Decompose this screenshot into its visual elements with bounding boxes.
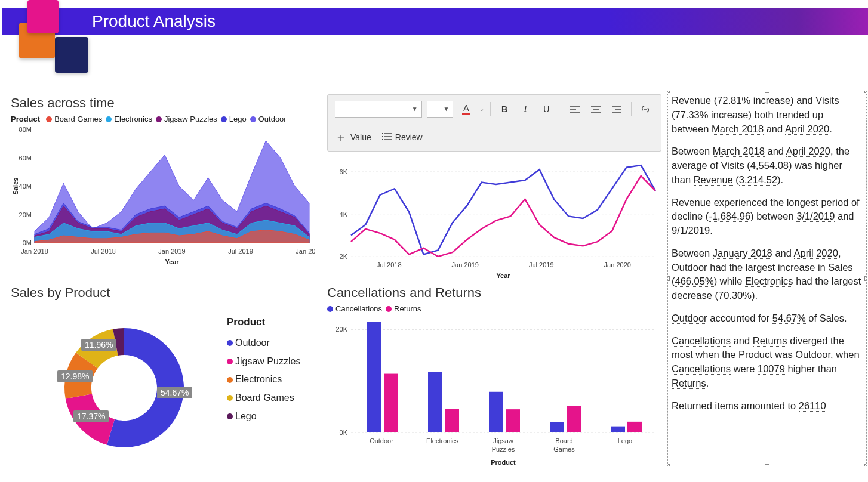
link-button[interactable] xyxy=(638,101,654,118)
svg-text:Jigsaw: Jigsaw xyxy=(493,437,513,444)
svg-rect-57 xyxy=(627,422,642,432)
donut-label: 12.98% xyxy=(57,370,93,382)
svg-text:Year: Year xyxy=(496,272,510,279)
legend: Product Board Games Electronics Jigsaw P… xyxy=(11,115,315,123)
review-button[interactable]: Review xyxy=(382,132,423,143)
bar-plot: 0K20KOutdoorElectronicsJigsawPuzzlesBoar… xyxy=(327,313,661,468)
chart-title: Cancellations and Returns xyxy=(327,285,661,301)
svg-text:Electronics: Electronics xyxy=(426,437,458,444)
logo xyxy=(8,0,85,76)
svg-text:0M: 0M xyxy=(23,239,32,246)
align-center-button[interactable] xyxy=(588,101,604,118)
svg-rect-52 xyxy=(550,422,564,432)
list-icon xyxy=(382,132,392,143)
chart-sales-by-product[interactable]: Sales by Product Product Outdoor Jigsaw … xyxy=(11,285,315,476)
svg-rect-46 xyxy=(445,409,459,432)
font-family-select[interactable]: ▼ xyxy=(335,101,422,118)
svg-text:Board: Board xyxy=(555,437,572,444)
svg-text:Jan 2019: Jan 2019 xyxy=(452,261,479,268)
narrative-paragraph: Between January 2018 and April 2020, Out… xyxy=(672,246,863,303)
page-title: Product Analysis xyxy=(92,12,216,31)
align-left-button[interactable] xyxy=(567,101,583,118)
svg-text:Games: Games xyxy=(553,446,575,453)
bold-button[interactable]: B xyxy=(497,101,513,118)
donut-label: 54.67% xyxy=(157,387,192,398)
svg-text:Lego: Lego xyxy=(618,437,632,444)
svg-rect-45 xyxy=(428,372,442,432)
svg-text:40M: 40M xyxy=(19,183,32,190)
svg-text:Jul 2019: Jul 2019 xyxy=(228,248,253,255)
svg-text:Jan 2019: Jan 2019 xyxy=(158,248,185,255)
svg-rect-53 xyxy=(567,406,581,432)
narrative-paragraph: Revenue (72.81% increase) and Visits (77… xyxy=(672,94,863,136)
svg-text:Year: Year xyxy=(165,258,179,265)
narrative-paragraph: Returned items amounted to 26110 xyxy=(672,399,863,413)
svg-text:Jul 2018: Jul 2018 xyxy=(377,261,402,268)
chart-cancellations-returns[interactable]: Cancellations and Returns Cancellations … xyxy=(327,285,661,476)
svg-rect-43 xyxy=(384,374,398,432)
svg-text:Puzzles: Puzzles xyxy=(492,446,515,453)
chart-title: Sales across time xyxy=(11,95,315,111)
legend: Cancellations Returns xyxy=(327,304,661,313)
align-right-button[interactable] xyxy=(609,101,625,118)
svg-text:Jul 2018: Jul 2018 xyxy=(91,248,116,255)
font-color-button[interactable]: A xyxy=(458,101,474,118)
svg-rect-56 xyxy=(611,427,625,432)
svg-text:Jan 2018: Jan 2018 xyxy=(21,248,48,255)
svg-text:4K: 4K xyxy=(340,211,348,218)
svg-text:80M: 80M xyxy=(19,126,32,133)
svg-text:2K: 2K xyxy=(340,253,348,260)
font-size-select[interactable]: ▼ xyxy=(427,101,454,118)
legend: Product Outdoor Jigsaw Puzzles Electroni… xyxy=(227,313,315,425)
chart-title: Sales by Product xyxy=(11,285,315,301)
svg-text:20K: 20K xyxy=(335,326,347,333)
donut-label: 11.96% xyxy=(81,339,116,351)
svg-rect-48 xyxy=(489,392,503,432)
chart-sales-across-time[interactable]: Sales across time Product Board Games El… xyxy=(11,95,315,280)
italic-button[interactable]: I xyxy=(518,101,534,118)
narrative-paragraph: Between March 2018 and April 2020, the a… xyxy=(672,144,863,187)
svg-rect-49 xyxy=(506,409,520,432)
svg-rect-42 xyxy=(367,322,381,432)
svg-text:0K: 0K xyxy=(340,429,348,436)
svg-text:6K: 6K xyxy=(340,168,348,175)
svg-text:Outdoor: Outdoor xyxy=(370,437,393,444)
formatting-toolbar: ▼ ▼ A ⌄ B I U ＋ Va xyxy=(327,94,661,152)
narrative-paragraph: Outdoor accounted for 54.67% of Sales. xyxy=(672,311,863,326)
svg-text:Sales: Sales xyxy=(12,178,19,195)
narrative-paragraph: Cancellations and Returns diverged the m… xyxy=(672,334,863,391)
svg-text:Jan 2020: Jan 2020 xyxy=(604,261,631,268)
donut-label: 17.37% xyxy=(73,410,109,422)
svg-text:Jul 2019: Jul 2019 xyxy=(529,261,554,268)
smart-narrative-textbox[interactable]: ⋯ Revenue (72.81% increase) and Visits (… xyxy=(667,91,867,466)
plus-icon: ＋ xyxy=(335,129,347,146)
narrative-paragraph: Revenue experienced the longest period o… xyxy=(672,196,863,238)
header-bar: Product Analysis xyxy=(2,8,868,35)
svg-text:Product: Product xyxy=(491,459,516,466)
svg-text:60M: 60M xyxy=(19,155,32,162)
area-plot: 0M20M40M60M80MJan 2018Jul 2018Jan 2019Ju… xyxy=(11,123,315,267)
underline-button[interactable]: U xyxy=(538,101,555,118)
add-value-button[interactable]: ＋ Value xyxy=(335,129,371,146)
svg-text:Jan 2020: Jan 2020 xyxy=(296,248,315,255)
svg-text:20M: 20M xyxy=(19,211,32,218)
